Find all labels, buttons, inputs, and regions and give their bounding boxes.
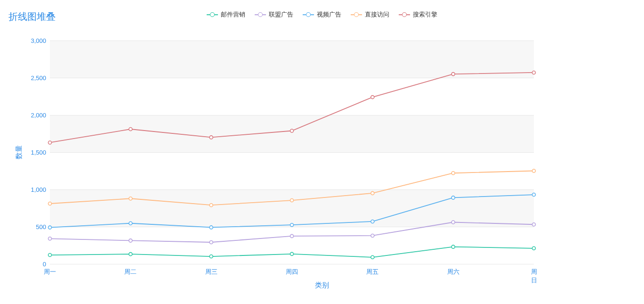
- data-point[interactable]: [48, 237, 52, 240]
- chart-container: 折线图堆叠 邮件营销联盟广告视频广告直接访问搜索引擎 数量 类别 05001,0…: [0, 0, 644, 304]
- data-point[interactable]: [209, 255, 213, 258]
- data-point[interactable]: [290, 129, 294, 132]
- data-point[interactable]: [371, 220, 374, 223]
- legend-label: 直接访问: [365, 10, 389, 19]
- data-point[interactable]: [451, 196, 455, 199]
- data-point[interactable]: [290, 252, 294, 255]
- legend-item-0[interactable]: 邮件营销: [207, 10, 245, 19]
- y-tick-label: 0: [18, 261, 46, 268]
- legend-marker-icon: [255, 12, 266, 17]
- y-tick-label: 2,500: [18, 74, 46, 82]
- x-tick-label: 周五: [366, 268, 378, 276]
- data-point[interactable]: [129, 222, 132, 225]
- legend-marker-icon: [399, 12, 410, 17]
- data-point[interactable]: [451, 221, 455, 224]
- data-point[interactable]: [48, 202, 52, 205]
- data-point[interactable]: [290, 223, 294, 227]
- series-layer: [50, 41, 534, 264]
- legend-marker-icon: [351, 12, 362, 17]
- data-point[interactable]: [290, 199, 294, 202]
- data-point[interactable]: [129, 253, 132, 256]
- chart-legend: 邮件营销联盟广告视频广告直接访问搜索引擎: [0, 10, 644, 19]
- y-tick-label: 3,000: [18, 37, 46, 44]
- legend-marker-icon: [207, 12, 218, 17]
- x-tick-label: 周二: [124, 268, 137, 276]
- data-point[interactable]: [209, 226, 213, 229]
- data-point[interactable]: [532, 193, 536, 197]
- y-tick-label: 500: [18, 223, 46, 230]
- y-tick-label: 1,500: [18, 149, 46, 156]
- legend-item-4[interactable]: 搜索引擎: [399, 10, 437, 19]
- data-point[interactable]: [532, 71, 536, 74]
- x-tick-label: 周日: [531, 268, 537, 285]
- data-point[interactable]: [129, 128, 132, 131]
- legend-label: 搜索引擎: [413, 10, 437, 19]
- legend-label: 邮件营销: [221, 10, 245, 19]
- data-point[interactable]: [451, 73, 455, 76]
- x-tick-label: 周四: [286, 268, 298, 276]
- data-point[interactable]: [451, 172, 455, 175]
- x-tick-label: 周三: [205, 268, 217, 276]
- x-tick-label: 周一: [44, 268, 56, 276]
- data-point[interactable]: [371, 255, 374, 259]
- data-point[interactable]: [48, 141, 52, 144]
- data-point[interactable]: [129, 197, 132, 200]
- data-point[interactable]: [371, 96, 374, 99]
- x-axis-title: 类别: [315, 281, 329, 290]
- data-point[interactable]: [129, 239, 132, 242]
- data-point[interactable]: [532, 223, 536, 226]
- legend-item-3[interactable]: 直接访问: [351, 10, 389, 19]
- legend-item-2[interactable]: 视频广告: [303, 10, 341, 19]
- grid-line: [50, 264, 534, 264]
- data-point[interactable]: [371, 234, 374, 237]
- x-tick-label: 周六: [447, 268, 459, 276]
- plot-area: 05001,0001,5002,0002,5003,000周一周二周三周四周五周…: [50, 41, 534, 264]
- y-tick-label: 2,000: [18, 112, 46, 119]
- data-point[interactable]: [209, 136, 213, 139]
- legend-marker-icon: [303, 12, 314, 17]
- legend-item-1[interactable]: 联盟广告: [255, 10, 293, 19]
- data-point[interactable]: [48, 254, 52, 257]
- data-point[interactable]: [209, 204, 213, 207]
- data-point[interactable]: [290, 234, 294, 238]
- data-point[interactable]: [532, 246, 536, 250]
- data-point[interactable]: [371, 191, 374, 195]
- data-point[interactable]: [48, 226, 52, 229]
- y-tick-label: 1,000: [18, 186, 46, 193]
- data-point[interactable]: [532, 169, 536, 173]
- data-point[interactable]: [451, 245, 455, 248]
- legend-label: 联盟广告: [269, 10, 293, 19]
- legend-label: 视频广告: [317, 10, 341, 19]
- data-point[interactable]: [209, 241, 213, 244]
